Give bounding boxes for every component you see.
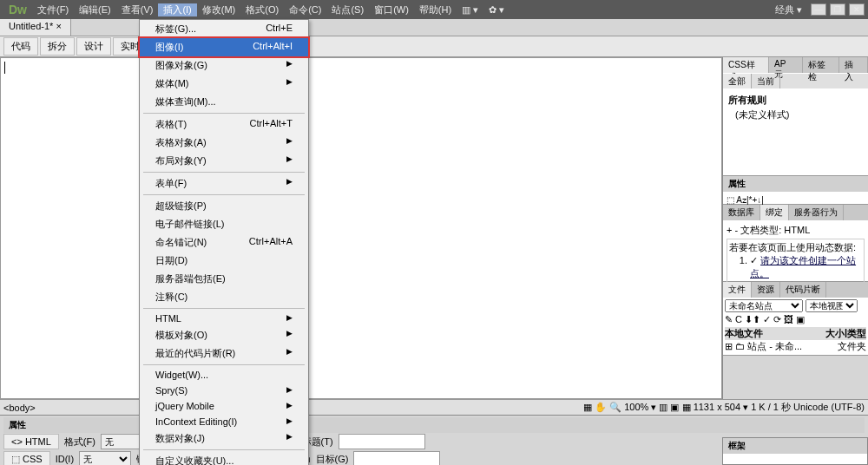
menu-item[interactable]: 表单(F)▶	[140, 174, 308, 193]
col-localfiles: 本地文件	[725, 327, 825, 340]
menu-item[interactable]: 标签(G)...Ctrl+E	[140, 20, 308, 38]
menu-site[interactable]: 站点(S)	[326, 3, 369, 16]
frames-panel: 框架	[722, 437, 868, 465]
menu-item[interactable]: 服务器端包括(E)	[140, 270, 308, 288]
menu-item[interactable]: 布局对象(Y)▶	[140, 152, 308, 170]
status-info: 1131 x 504 ▾ 1 K / 1 秒 Unicode (UTF-8)	[694, 402, 865, 412]
tab-assets[interactable]: 资源	[752, 282, 780, 298]
dynamic-data-tip: 若要在该页面上使用动态数据:	[729, 241, 862, 254]
tab-bindings[interactable]: 绑定	[760, 205, 789, 220]
close-button[interactable]: ✕	[849, 3, 865, 16]
id-label: ID(I)	[56, 454, 74, 464]
props-title: 属性	[3, 417, 865, 433]
menu-item[interactable]: 最近的代码片断(R)▶	[140, 344, 308, 363]
tab-insert[interactable]: 插入	[839, 57, 868, 73]
menu-item[interactable]: InContext Editing(I)▶	[140, 414, 308, 429]
document-tab[interactable]: Untitled-1* ×	[0, 19, 71, 36]
format-label: 格式(F)	[64, 436, 95, 449]
doctype-label: + - 文档类型: HTML	[727, 224, 865, 237]
code-view-button[interactable]: 代码	[3, 37, 38, 56]
css-all-button[interactable]: 全部	[723, 74, 752, 88]
menu-commands[interactable]: 命令(C)	[284, 3, 326, 16]
menu-modify[interactable]: 修改(M)	[197, 3, 241, 16]
css-current-button[interactable]: 当前	[752, 74, 780, 88]
workspace-switcher[interactable]: 经典 ▾	[770, 3, 807, 16]
file-row-type: 文件夹	[838, 340, 866, 353]
view-select[interactable]: 本地视图	[806, 299, 858, 312]
menu-file[interactable]: 文件(F)	[32, 3, 74, 16]
menu-item[interactable]: 表格对象(A)▶	[140, 134, 308, 152]
layout-icon[interactable]: ▥ ▾	[457, 4, 483, 16]
extend-icon[interactable]: ✿ ▾	[483, 4, 510, 16]
app-logo: Dw	[3, 3, 32, 16]
menu-item[interactable]: Spry(S)▶	[140, 383, 308, 398]
split-view-button[interactable]: 拆分	[40, 37, 75, 56]
tab-ap[interactable]: AP 元	[769, 57, 803, 73]
col-size: 大小	[825, 327, 845, 340]
status-tools[interactable]: ▦ ✋ 🔍 100% ▾ ▥ ▣ ▦	[583, 402, 691, 412]
col-type: 类型	[847, 327, 866, 340]
menu-view[interactable]: 查看(V)	[116, 3, 159, 16]
tab-files[interactable]: 文件	[723, 282, 752, 298]
menu-item[interactable]: HTML▶	[140, 311, 308, 326]
menu-edit[interactable]: 编辑(E)	[74, 3, 116, 16]
menu-item[interactable]: jQuery Mobile▶	[140, 398, 308, 414]
step1-link[interactable]: 请为该文件创建一个站点。	[750, 255, 856, 278]
insert-menu-dropdown: 标签(G)...Ctrl+E图像(I)Ctrl+Alt+I图像对象(G)▶媒体(…	[139, 19, 309, 465]
props-html-button[interactable]: <> HTML	[3, 434, 59, 449]
file-row[interactable]: ⊞ 🗀 站点 - 未命...	[725, 340, 838, 353]
document-tab-label: Untitled-1*	[9, 21, 53, 31]
menu-item[interactable]: 图像对象(G)▶	[140, 56, 308, 75]
menu-item[interactable]: 命名锚记(N)Ctrl+Alt+A	[140, 233, 308, 252]
menu-item[interactable]: 超级链接(P)	[140, 197, 308, 215]
menu-item[interactable]: Widget(W)...	[140, 367, 308, 383]
file-toolbar[interactable]: ✎ C ⬇⬆ ✓ ⟳ 🖾 ▣	[725, 314, 866, 325]
css-all-rules-label: 所有规则	[727, 92, 865, 108]
close-tab-icon[interactable]: ×	[56, 21, 61, 31]
menu-item[interactable]: 日期(D)	[140, 252, 308, 270]
tab-database[interactable]: 数据库	[723, 205, 760, 220]
tab-css-styles[interactable]: CSS样式	[723, 57, 769, 73]
menu-item[interactable]: 媒体查询(M)...	[140, 93, 308, 111]
menu-item[interactable]: 注释(C)	[140, 288, 308, 306]
target-input[interactable]	[353, 451, 440, 465]
text-cursor	[4, 62, 718, 74]
css-no-styles-label: (未定义样式)	[727, 108, 865, 121]
tag-selector[interactable]: <body>	[3, 403, 36, 413]
tab-tag[interactable]: 标签检	[803, 57, 840, 73]
menu-insert[interactable]: 插入(I)	[158, 3, 196, 16]
menu-item[interactable]: 数据对象(J)▶	[140, 429, 308, 448]
right-panel-group: CSS样式 AP 元 标签检 插入 全部 当前 所有规则 (未定义样式) 属性 …	[722, 57, 868, 399]
menu-item[interactable]: 电子邮件链接(L)	[140, 215, 308, 233]
menu-item[interactable]: 自定义收藏夹(U)...	[140, 452, 308, 465]
document-tabs: Untitled-1* ×	[0, 19, 868, 36]
restore-button[interactable]: ❐	[830, 3, 845, 16]
menu-window[interactable]: 窗口(W)	[369, 3, 414, 16]
tab-server-behaviors[interactable]: 服务器行为	[789, 205, 844, 220]
menu-help[interactable]: 帮助(H)	[414, 3, 457, 16]
menu-item[interactable]: 图像(I)Ctrl+Alt+I	[138, 36, 310, 58]
menu-item[interactable]: 媒体(M)▶	[140, 75, 308, 93]
title-input2[interactable]	[339, 434, 425, 449]
menu-item[interactable]: 表格(T)Ctrl+Alt+T	[140, 115, 308, 134]
design-view-button[interactable]: 设计	[76, 37, 111, 56]
tab-snippets[interactable]: 代码片断	[780, 282, 826, 298]
props-css-button[interactable]: ⬚ CSS	[3, 451, 50, 466]
status-bar: <body> ▦ ✋ 🔍 100% ▾ ▥ ▣ ▦ 1131 x 504 ▾ 1…	[0, 399, 868, 415]
frames-title: 框架	[723, 438, 867, 454]
target-label: 目标(G)	[316, 453, 349, 466]
menu-item[interactable]: 模板对象(O)▶	[140, 326, 308, 344]
document-toolbar: 代码 拆分 设计 实时视图 标题:	[0, 36, 868, 57]
design-editor[interactable]	[0, 57, 722, 399]
properties-header: 属性	[723, 176, 868, 192]
id-select[interactable]: 无	[79, 451, 131, 465]
menubar: Dw 文件(F) 编辑(E) 查看(V) 插入(I) 修改(M) 格式(O) 命…	[0, 0, 868, 19]
props-icons[interactable]: ⬚ Aᴢ|*+↓|	[727, 195, 764, 205]
menu-format[interactable]: 格式(O)	[240, 3, 284, 16]
site-select[interactable]: 未命名站点	[725, 299, 803, 312]
minimize-button[interactable]: —	[811, 3, 826, 16]
